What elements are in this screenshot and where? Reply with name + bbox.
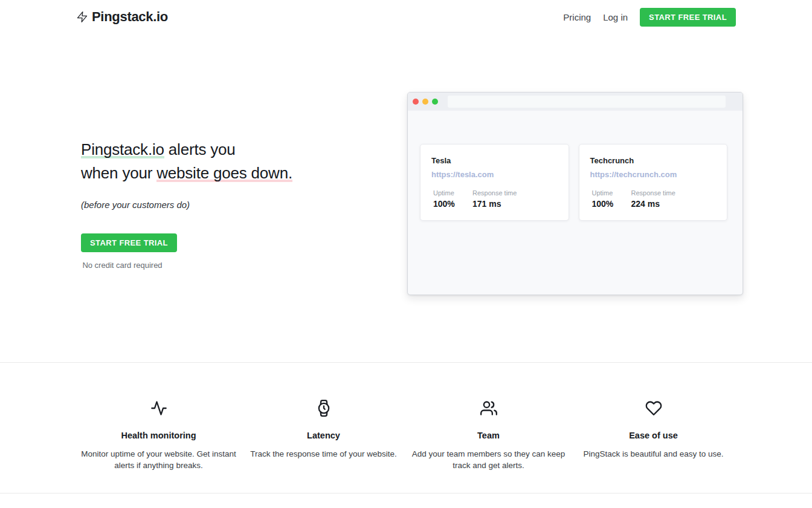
site-name: Techcrunch (590, 156, 717, 165)
browser-title-bar (408, 93, 743, 111)
section-divider-bottom (0, 493, 812, 493)
feature-description: PingStack is beautiful and easy to use. (571, 448, 736, 460)
response-time-stat: Response time 171 ms (472, 189, 517, 209)
feature-description: Monitor uptime of your website. Get inst… (76, 448, 241, 471)
top-nav: Pricing Log in START FREE TRIAL (563, 8, 736, 27)
feature-team: Team Add your team members so they can k… (406, 400, 571, 471)
brand-logo[interactable]: Pingstack.io (76, 9, 168, 25)
uptime-stat: Uptime 100% (433, 189, 472, 209)
nav-pricing-link[interactable]: Pricing (563, 12, 591, 22)
hero-section: Pingstack.io alerts you when your websit… (76, 92, 736, 295)
zap-icon (76, 11, 88, 23)
pulse-icon (150, 400, 167, 417)
feature-description: Add your team members so they can keep t… (406, 448, 571, 471)
hero-heading: Pingstack.io alerts you when your websit… (81, 138, 292, 185)
traffic-light-zoom-icon (432, 99, 438, 105)
uptime-stat: Uptime 100% (592, 189, 631, 209)
browser-content: Tesla https://tesla.com Uptime 100% Resp… (408, 111, 743, 221)
hero-heading-line2-prefix: when your (81, 164, 156, 182)
feature-description: Track the response time of your website. (241, 448, 406, 460)
features-section: Health monitoring Monitor uptime of your… (76, 363, 736, 493)
hero-heading-highlight-brand: Pingstack.io (81, 140, 164, 158)
header: Pingstack.io Pricing Log in START FREE T… (76, 0, 736, 27)
nav-login-link[interactable]: Log in (603, 12, 628, 22)
nav-start-trial-button[interactable]: START FREE TRIAL (640, 8, 736, 27)
feature-title: Team (406, 431, 571, 440)
site-card-techcrunch: Techcrunch https://techcrunch.com Uptime… (579, 144, 728, 221)
feature-title: Ease of use (571, 431, 736, 440)
feature-title: Health monitoring (76, 431, 241, 440)
response-time-stat: Response time 224 ms (631, 189, 675, 209)
brand-name: Pingstack.io (92, 9, 168, 25)
feature-ease-of-use: Ease of use PingStack is beautiful and e… (571, 400, 736, 471)
hero-start-trial-button[interactable]: START FREE TRIAL (81, 233, 177, 252)
no-credit-card-note: No credit card required (81, 261, 164, 270)
traffic-light-minimize-icon (422, 99, 428, 105)
site-name: Tesla (431, 156, 558, 165)
traffic-light-close-icon (413, 99, 419, 105)
site-url: https://tesla.com (431, 170, 558, 179)
hero-heading-highlight-down: website goes down. (156, 164, 292, 182)
site-url: https://techcrunch.com (590, 170, 717, 179)
feature-title: Latency (241, 431, 406, 440)
site-card-tesla: Tesla https://tesla.com Uptime 100% Resp… (420, 144, 569, 221)
browser-mockup: Tesla https://tesla.com Uptime 100% Resp… (407, 92, 743, 295)
users-icon (480, 400, 497, 417)
hero-subtext: (before your customers do) (81, 200, 292, 210)
feature-latency: Latency Track the response time of your … (241, 400, 406, 471)
hero-heading-line1-rest: alerts you (164, 140, 236, 158)
heart-icon (645, 400, 662, 417)
feature-health-monitoring: Health monitoring Monitor uptime of your… (76, 400, 241, 471)
watch-icon (315, 400, 332, 417)
browser-url-bar (448, 96, 726, 108)
hero-copy: Pingstack.io alerts you when your websit… (76, 92, 292, 295)
